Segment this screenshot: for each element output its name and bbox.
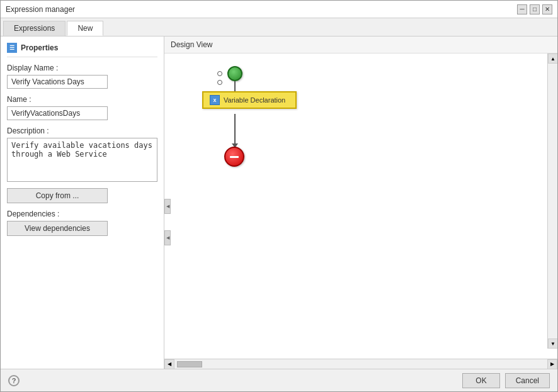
bottom-bar: ? OK Cancel — [1, 369, 557, 391]
maximize-icon: □ — [533, 6, 537, 13]
scroll-left-icon: ◀ — [168, 361, 171, 367]
name-input[interactable] — [7, 106, 108, 120]
tab-expressions-label: Expressions — [14, 24, 55, 33]
bottom-right: OK Cancel — [462, 373, 550, 388]
variable-declaration-node[interactable]: x Variable Declaration — [202, 91, 297, 109]
description-textarea[interactable]: Verify available vacations days through … — [7, 138, 157, 182]
dependencies-group: Dependencies : View dependencies — [7, 210, 157, 236]
start-node[interactable] — [227, 66, 242, 81]
help-icon-glyph: ? — [12, 377, 16, 384]
copy-from-group: Copy from ... — [7, 188, 157, 203]
variable-declaration-label: Variable Declaration — [224, 96, 285, 104]
title-bar-left: Expression manager — [6, 5, 75, 14]
end-node[interactable] — [224, 147, 244, 167]
copy-from-button[interactable]: Copy from ... — [7, 188, 108, 203]
scroll-right-button[interactable]: ▶ — [547, 359, 557, 369]
description-label: Description : — [7, 126, 157, 135]
connector-dot-1 — [217, 71, 222, 76]
cancel-button[interactable]: Cancel — [505, 373, 550, 388]
bottom-left: ? — [8, 375, 20, 386]
close-button[interactable]: ✕ — [542, 4, 552, 14]
display-name-input[interactable] — [7, 75, 108, 89]
vertical-scroll-track[interactable] — [548, 64, 557, 339]
properties-icon: ☰ — [7, 43, 17, 53]
horizontal-scroll-thumb[interactable] — [177, 361, 202, 367]
design-canvas-container: x Variable Declaration ▲ — [164, 53, 557, 359]
properties-header: ☰ Properties — [7, 43, 157, 57]
expand-icon: ◀ — [166, 235, 169, 240]
name-group: Name : — [7, 95, 157, 120]
scroll-up-icon: ▲ — [550, 56, 555, 62]
left-panel: ☰ Properties Display Name : Name : Descr… — [1, 36, 164, 369]
scroll-left-button[interactable]: ◀ — [164, 359, 174, 369]
tab-new-label: New — [77, 24, 93, 33]
minimize-button[interactable]: ─ — [517, 4, 527, 14]
scroll-right-icon: ▶ — [550, 361, 554, 367]
properties-label: Properties — [21, 43, 58, 52]
design-view-header: Design View — [164, 36, 557, 53]
tab-expressions[interactable]: Expressions — [3, 21, 65, 36]
panel-collapse-handle[interactable]: ◀ — [164, 199, 171, 214]
title-bar-controls: ─ □ ✕ — [517, 4, 552, 14]
title-bar: Expression manager ─ □ ✕ — [1, 1, 557, 18]
properties-icon-glyph: ☰ — [9, 45, 14, 51]
ok-button[interactable]: OK — [462, 373, 499, 388]
tab-bar: Expressions New — [1, 18, 557, 36]
right-panel: Design View x — [164, 36, 557, 369]
scroll-down-button[interactable]: ▼ — [548, 339, 557, 349]
view-dependencies-button[interactable]: View dependencies — [7, 221, 108, 236]
expression-manager-window: Expression manager ─ □ ✕ Expressions New — [0, 0, 558, 392]
variable-icon: x — [210, 95, 220, 105]
horizontal-scrollbar: ◀ ▶ — [164, 359, 557, 369]
scroll-down-icon: ▼ — [550, 341, 555, 347]
display-name-label: Display Name : — [7, 64, 157, 72]
connector-dot-2 — [217, 80, 222, 85]
stop-bar-icon — [230, 156, 239, 158]
display-name-group: Display Name : — [7, 64, 157, 89]
connector-line-2 — [234, 114, 236, 145]
dependencies-label: Dependencies : — [7, 210, 157, 218]
design-view-title: Design View — [171, 40, 212, 49]
tab-new[interactable]: New — [67, 21, 103, 36]
maximize-button[interactable]: □ — [530, 4, 540, 14]
description-group: Description : Verify available vacations… — [7, 126, 157, 182]
collapse-icon: ◀ — [166, 204, 169, 209]
scroll-up-button[interactable]: ▲ — [548, 53, 557, 64]
vertical-scrollbar: ▲ ▼ — [547, 53, 557, 349]
minimize-icon: ─ — [520, 6, 524, 13]
diagram-area: x Variable Declaration — [164, 53, 547, 349]
panel-expand-handle[interactable]: ◀ — [164, 230, 171, 245]
content-area: ☰ Properties Display Name : Name : Descr… — [1, 36, 557, 369]
window-title: Expression manager — [6, 5, 75, 14]
help-button[interactable]: ? — [8, 375, 20, 386]
name-label: Name : — [7, 95, 157, 104]
close-icon: ✕ — [545, 6, 550, 13]
